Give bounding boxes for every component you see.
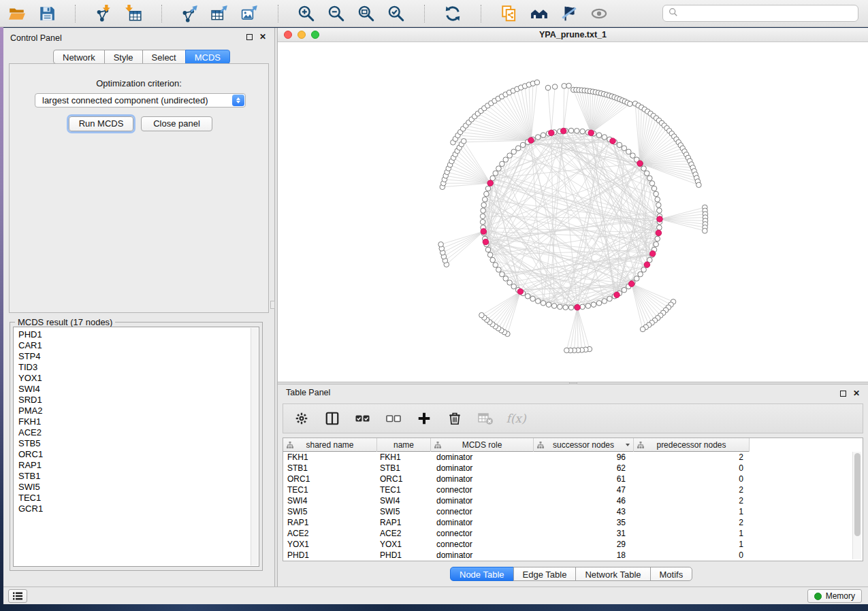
column-header-name[interactable]: name: [377, 438, 431, 452]
mcds-result-item[interactable]: FKH1: [14, 416, 249, 427]
task-history-button[interactable]: [8, 589, 27, 603]
deselect-all-icon[interactable]: [385, 410, 402, 427]
tab-edge-table[interactable]: Edge Table: [513, 567, 577, 581]
mcds-result-item[interactable]: YOX1: [14, 373, 249, 384]
import-network-icon[interactable]: [93, 3, 114, 24]
table-row[interactable]: FKH1FKH1dominator962: [283, 452, 750, 463]
export-table-icon[interactable]: [210, 3, 230, 24]
table-scrollbar[interactable]: [852, 452, 861, 559]
table-mode-gear-icon[interactable]: [293, 410, 310, 427]
table-scrollbar-thumb[interactable]: [854, 453, 861, 536]
tab-mcds[interactable]: MCDS: [185, 50, 230, 64]
mcds-result-item[interactable]: STB5: [14, 438, 249, 449]
column-header-MCDS-role[interactable]: MCDS role: [431, 438, 534, 452]
table-row[interactable]: RAP1RAP1dominator352: [283, 517, 750, 528]
tab-select[interactable]: Select: [142, 50, 186, 64]
new-network-from-selection-icon[interactable]: [499, 3, 519, 24]
memory-button[interactable]: Memory: [807, 589, 862, 603]
search-icon: [669, 7, 678, 20]
list-icon: [12, 591, 23, 601]
mcds-result-item[interactable]: RAP1: [14, 460, 249, 471]
mcds-result-item[interactable]: STP4: [14, 351, 249, 362]
delete-entry-icon[interactable]: [446, 410, 464, 427]
refresh-icon[interactable]: [443, 3, 463, 24]
run-mcds-button[interactable]: Run MCDS: [69, 116, 133, 131]
toolbar-separator: [75, 5, 76, 22]
table-row[interactable]: ORC1ORC1dominator610: [283, 474, 750, 484]
mcds-result-item[interactable]: PMA2: [14, 406, 249, 416]
optimization-criterion-select[interactable]: largest connected component (undirected): [35, 93, 246, 108]
toolbar-separator: [424, 5, 425, 22]
save-session-icon[interactable]: [37, 3, 57, 24]
mcds-result-item[interactable]: GCR1: [14, 503, 249, 514]
table-row[interactable]: SWI5SWI5connector431: [283, 506, 750, 517]
mcds-result-item[interactable]: SWI4: [14, 384, 249, 395]
add-entry-icon[interactable]: [415, 410, 433, 427]
table-cell: STB1: [283, 463, 377, 474]
table-panel-title: Table Panel: [286, 388, 330, 397]
mcds-result-item[interactable]: ORC1: [14, 449, 249, 460]
zoom-selected-icon[interactable]: [386, 3, 406, 24]
export-image-icon[interactable]: [240, 3, 260, 24]
close-table-panel-icon[interactable]: ✕: [853, 391, 860, 397]
vertical-splitter-handle[interactable]: [270, 301, 275, 309]
table-cell: FKH1: [283, 452, 377, 463]
table-cell: connector: [431, 528, 534, 539]
mcds-result-item[interactable]: SWI5: [14, 482, 249, 493]
close-panel-button[interactable]: Close panel: [141, 116, 212, 131]
mcds-list-scrollbar[interactable]: [251, 328, 258, 565]
network-canvas[interactable]: [278, 42, 868, 382]
mcds-result-item[interactable]: CAR1: [14, 340, 249, 351]
search-input[interactable]: [682, 7, 852, 19]
zoom-out-icon[interactable]: [326, 3, 347, 24]
export-network-icon[interactable]: [180, 3, 200, 24]
table-cell: SWI4: [283, 495, 377, 506]
table-row[interactable]: PHD1PHD1dominator180: [283, 550, 750, 561]
mcds-result-item[interactable]: TID3: [14, 362, 249, 373]
table-cell: connector: [431, 539, 534, 550]
tab-network-table[interactable]: Network Table: [575, 567, 650, 581]
tab-motifs[interactable]: Motifs: [650, 567, 693, 581]
zoom-fit-icon[interactable]: [356, 3, 376, 24]
zoom-in-icon[interactable]: [296, 3, 317, 24]
table-row[interactable]: YOX1YOX1connector291: [283, 539, 750, 550]
desktop-wallpaper-bottom: [0, 604, 868, 611]
column-header-shared-name[interactable]: shared name: [283, 438, 377, 452]
mcds-result-item[interactable]: PHD1: [14, 329, 249, 340]
table-cell: TEC1: [283, 484, 377, 495]
mcds-result-item[interactable]: ACE2: [14, 427, 249, 438]
table-cell: dominator: [431, 452, 534, 463]
status-bar: Memory: [3, 587, 868, 604]
table-cell: FKH1: [377, 452, 431, 463]
search-box[interactable]: [662, 5, 858, 22]
table-row[interactable]: TEC1TEC1connector472: [283, 484, 750, 495]
mcds-result-list[interactable]: PHD1CAR1STP4TID3YOX1SWI4SRD1PMA2FKH1ACE2…: [13, 327, 259, 567]
table-cell: 2: [634, 517, 750, 528]
close-panel-icon[interactable]: ✕: [259, 34, 266, 40]
main-toolbar: [0, 0, 868, 27]
select-all-icon[interactable]: [354, 410, 372, 427]
hide-selected-icon[interactable]: [559, 3, 579, 24]
tab-style[interactable]: Style: [104, 50, 143, 64]
toolbar-separator: [278, 5, 278, 22]
mcds-result-item[interactable]: STB1: [14, 471, 249, 482]
tab-network[interactable]: Network: [53, 50, 105, 64]
tab-node-table[interactable]: Node Table: [450, 567, 514, 581]
import-table-icon[interactable]: [123, 3, 144, 24]
open-file-icon[interactable]: [7, 3, 27, 24]
float-panel-icon[interactable]: [246, 34, 253, 40]
float-table-panel-icon[interactable]: [840, 391, 846, 397]
table-cell: ACE2: [377, 528, 431, 539]
table-row[interactable]: SWI4SWI4dominator462: [283, 495, 750, 506]
show-columns-icon[interactable]: [323, 410, 341, 427]
mcds-result-item[interactable]: SRD1: [14, 395, 249, 406]
table-row[interactable]: STB1STB1dominator620: [283, 463, 750, 474]
column-header-predecessor-nodes[interactable]: predecessor nodes: [634, 438, 750, 452]
network-window-titlebar: YPA_prune.txt_1: [278, 28, 868, 42]
first-neighbors-icon[interactable]: [529, 3, 549, 24]
table-row[interactable]: ACE2ACE2connector311: [283, 528, 750, 539]
mcds-result-item[interactable]: TEC1: [14, 493, 249, 503]
show-all-icon[interactable]: [589, 3, 609, 24]
table-cell: connector: [431, 484, 534, 495]
column-header-successor-nodes[interactable]: successor nodes: [534, 438, 634, 452]
